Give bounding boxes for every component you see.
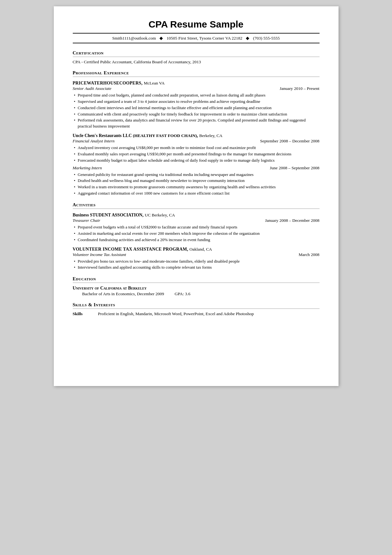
school-gpa: GPA: 3.6 <box>175 291 190 296</box>
pwc-role1-dates: January 2010 – Present <box>280 86 320 91</box>
education-heading: Education <box>73 276 320 283</box>
org-vita-line: Volunteer Income Tax Assistance Program,… <box>73 246 320 252</box>
bullet-item: Prepared time and cost budgets, planned … <box>73 92 320 98</box>
vita-role1-bullets: Provided pro bono tax services to low- a… <box>73 259 320 271</box>
employer-pwc: PricewaterhouseCoopers, McLean VA Senior… <box>73 80 320 129</box>
uchens-role2-bullets: Generated publicity for restaurant grand… <box>73 172 320 196</box>
bsa-role1-title: Treasurer Chair <box>73 218 100 223</box>
school-degree: Bachelor of Arts in Economics, December … <box>82 291 164 296</box>
bullet-item: Interviewed families and applied account… <box>73 265 320 271</box>
professional-experience-section: Professional Experience PricewaterhouseC… <box>73 70 320 196</box>
vita-bold: Volunteer Income Tax Assistance Program, <box>73 247 188 252</box>
bsa-role1-line: Treasurer Chair January 2008 – December … <box>73 218 320 223</box>
uchens-role2-dates: June 2008 – September 2008 <box>270 165 320 171</box>
skills-text: Proficient in English, Mandarin, Microso… <box>98 311 254 316</box>
bullet-item: Forecasted monthly budget to adjust labo… <box>73 158 320 164</box>
resume-page: CPA Resume Sample Smith1111@outlook.com … <box>54 6 339 386</box>
certification-section: Certification CPA - Certified Public Acc… <box>73 50 320 65</box>
bsa-bold: Business Student Association, <box>73 213 144 217</box>
school-name: University of California at Berkeley <box>73 285 320 291</box>
bsa-role1-bullets: Prepared event budgets with a total of U… <box>73 224 320 243</box>
pwc-role1-bullets: Prepared time and cost budgets, planned … <box>73 92 320 129</box>
bullet-item: Assisted in marketing and social events … <box>73 231 320 237</box>
skills-row: Skills Proficient in English, Mandarin, … <box>73 311 320 316</box>
org-bsa-line: Business Student Association, UC Berkele… <box>73 212 320 218</box>
employer-pwc-line: PricewaterhouseCoopers, McLean VA <box>73 80 320 86</box>
activities-heading: Activities <box>73 202 320 209</box>
bullet-item: Drafted health and wellness blog and man… <box>73 178 320 184</box>
diamond-1: ◆ <box>159 36 163 41</box>
uchens-role1-line: Financial Analyst Intern September 2008 … <box>73 139 320 144</box>
vita-role1-title: Volunteer Income Tax Assistant <box>73 252 126 257</box>
activities-section: Activities Business Student Association,… <box>73 202 320 271</box>
uchens-bold: Uncle Chen's Restaurants LLC (Healthy Fa… <box>73 133 198 138</box>
skills-section: Skills & Interests Skills Proficient in … <box>73 302 320 316</box>
employer-uchens-name: Uncle Chen's Restaurants LLC (Healthy Fa… <box>73 133 223 138</box>
bullet-item: Conducted client interviews and led inte… <box>73 105 320 111</box>
contact-address: 10505 First Street, Tysons Corner VA 221… <box>167 36 242 41</box>
bullet-item: Generated publicity for restaurant grand… <box>73 172 320 178</box>
org-bsa-name: Business Student Association, UC Berkele… <box>73 212 175 218</box>
employer-pwc-name: PricewaterhouseCoopers, McLean VA <box>73 80 165 86</box>
org-vita: Volunteer Income Tax Assistance Program,… <box>73 246 320 271</box>
uchens-role1-title: Financial Analyst Intern <box>73 139 115 144</box>
school-detail: Bachelor of Arts in Economics, December … <box>73 291 320 296</box>
bullet-item: Supervised and organized a team of 3 to … <box>73 99 320 105</box>
skills-label: Skills <box>73 311 92 316</box>
certification-text: CPA - Certified Public Accountant, Calif… <box>73 59 320 65</box>
bullet-item: Analyzed inventory cost averaging US$8,0… <box>73 145 320 151</box>
education-section: Education University of California at Be… <box>73 276 320 296</box>
bsa-role1-dates: January 2008 – December 2008 <box>265 218 320 223</box>
bullet-item: Aggregated contact information of over 1… <box>73 190 320 196</box>
pwc-role1-title: Senior Audit Associate <box>73 86 112 91</box>
contact-email: Smith1111@outlook.com <box>112 36 156 41</box>
pwc-bold: PricewaterhouseCoopers, <box>73 81 143 85</box>
org-bsa: Business Student Association, UC Berkele… <box>73 212 320 243</box>
uchens-location: Berkeley, CA <box>199 133 222 138</box>
professional-experience-heading: Professional Experience <box>73 70 320 77</box>
bullet-item: Communicated with client and proactively… <box>73 111 320 117</box>
bsa-location: UC Berkeley, CA <box>145 213 175 217</box>
bullet-item: Evaluated monthly sales report averaging… <box>73 151 320 157</box>
org-vita-name: Volunteer Income Tax Assistance Program,… <box>73 246 212 252</box>
vita-location: Oakland, CA <box>190 247 212 252</box>
vita-role1-dates: March 2008 <box>299 252 320 257</box>
uchens-role1-bullets: Analyzed inventory cost averaging US$8,0… <box>73 145 320 164</box>
bullet-item: Provided pro bono tax services to low- a… <box>73 259 320 265</box>
pwc-role1-line: Senior Audit Associate January 2010 – Pr… <box>73 86 320 91</box>
employer-uchens: Uncle Chen's Restaurants LLC (Healthy Fa… <box>73 133 320 196</box>
contact-phone: (703) 555-5555 <box>253 36 280 41</box>
skills-heading: Skills & Interests <box>73 302 320 309</box>
resume-title: CPA Resume Sample <box>73 19 320 30</box>
bullet-item: Coordinated fundraising activities and a… <box>73 237 320 243</box>
certification-heading: Certification <box>73 50 320 57</box>
employer-uchens-line: Uncle Chen's Restaurants LLC (Healthy Fa… <box>73 133 320 138</box>
diamond-2: ◆ <box>246 36 249 41</box>
bullet-item: Prepared event budgets with a total of U… <box>73 224 320 230</box>
uchens-role2-line: Marketing Intern June 2008 – September 2… <box>73 165 320 171</box>
bullet-item: Performed risk assessments, data analyti… <box>73 117 320 129</box>
pwc-location: McLean VA <box>144 81 165 85</box>
uchens-role2-title: Marketing Intern <box>73 165 102 171</box>
vita-role1-line: Volunteer Income Tax Assistant March 200… <box>73 252 320 257</box>
uchens-role1-dates: September 2008 – December 2008 <box>260 139 319 144</box>
bullet-item: Worked in a team environment to promote … <box>73 184 320 190</box>
contact-bar: Smith1111@outlook.com ◆ 10505 First Stre… <box>73 33 320 43</box>
